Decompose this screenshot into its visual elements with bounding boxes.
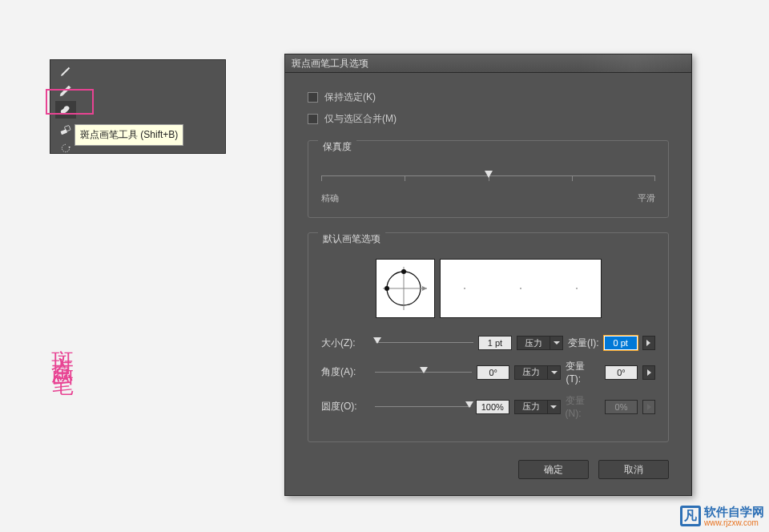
svg-point-8 — [464, 288, 465, 289]
size-slider-thumb[interactable] — [373, 337, 381, 344]
roundness-var-step-button — [642, 400, 655, 414]
fidelity-slider-thumb[interactable] — [485, 171, 493, 178]
dialog-body: 保持选定(K) 仅与选区合并(M) 保真度 精确 平滑 — [285, 73, 691, 495]
fidelity-slider[interactable] — [321, 168, 655, 189]
size-row: 大小(Z): 1 pt 压力 变量(I): 0 pt — [321, 336, 655, 350]
chevron-down-icon[interactable] — [548, 365, 561, 380]
size-var-label: 变量(I): — [568, 337, 599, 350]
angle-dropdown-label: 压力 — [514, 365, 548, 380]
roundness-slider[interactable] — [375, 401, 471, 413]
keep-selected-checkbox[interactable] — [308, 92, 318, 103]
ok-button[interactable]: 确定 — [518, 460, 589, 479]
tool-tooltip: 斑点画笔工具 (Shift+B) — [74, 124, 183, 146]
svg-point-6 — [401, 269, 406, 274]
rotate-tool-icon[interactable] — [55, 139, 76, 157]
fidelity-legend: 保真度 — [318, 140, 356, 154]
watermark-line1: 软件自学网 — [704, 506, 764, 519]
svg-marker-5 — [422, 286, 427, 291]
tool-panel: 斑点画笔工具 (Shift+B) — [50, 59, 226, 154]
annotation-text: 斑点画笔 — [46, 332, 77, 364]
roundness-var-label: 变量(N): — [566, 394, 600, 419]
watermark-badge: 凡 — [680, 506, 701, 526]
merge-only-label: 仅与选区合并(M) — [324, 112, 397, 126]
default-options-legend: 默认画笔选项 — [318, 232, 385, 246]
angle-var-label: 变量(T): — [566, 360, 599, 385]
angle-label: 角度(A): — [321, 365, 370, 379]
brush-preview-shape[interactable] — [376, 259, 435, 318]
dialog-title: 斑点画笔工具选项 — [292, 57, 368, 71]
size-variation-dropdown[interactable]: 压力 — [517, 336, 563, 350]
size-var-step-button[interactable] — [642, 336, 655, 350]
blob-brush-tool-icon[interactable] — [55, 101, 76, 119]
angle-variation-dropdown[interactable]: 压力 — [514, 365, 561, 380]
svg-rect-0 — [60, 129, 67, 135]
titlebar-accent — [579, 54, 691, 72]
roundness-dropdown-label: 压力 — [514, 400, 548, 414]
keep-selected-row: 保持选定(K) — [308, 91, 669, 104]
size-value[interactable]: 1 pt — [478, 336, 512, 350]
dialog-titlebar[interactable]: 斑点画笔工具选项 — [285, 54, 691, 73]
svg-point-9 — [520, 288, 521, 289]
roundness-row: 圆度(O): 100% 压力 变量(N): 0% — [321, 394, 655, 419]
angle-row: 角度(A): 0° 压力 变量(T): 0° — [321, 360, 655, 385]
angle-value[interactable]: 0° — [477, 365, 510, 380]
svg-point-10 — [576, 288, 578, 289]
default-options-fieldset: 默认画笔选项 — [308, 232, 669, 442]
angle-slider[interactable] — [375, 367, 472, 378]
merge-only-row: 仅与选区合并(M) — [308, 112, 669, 126]
angle-slider-thumb[interactable] — [420, 367, 428, 373]
watermark-line2: www.rjzxw.com — [704, 518, 764, 527]
roundness-label: 圆度(O): — [321, 400, 370, 413]
dialog-buttons: 确定 取消 — [308, 460, 669, 479]
angle-var-value[interactable]: 0° — [605, 365, 638, 380]
cancel-button[interactable]: 取消 — [598, 460, 669, 479]
angle-var-step-button[interactable] — [642, 365, 655, 380]
brush-preview-strip — [440, 259, 602, 318]
fidelity-fieldset: 保真度 精确 平滑 — [308, 140, 669, 218]
keep-selected-label: 保持选定(K) — [324, 91, 376, 104]
eraser-tool-icon[interactable] — [55, 120, 76, 138]
size-slider[interactable] — [376, 337, 473, 349]
merge-only-checkbox[interactable] — [308, 114, 318, 124]
size-dropdown-label: 压力 — [517, 336, 550, 350]
pencil-tool-icon[interactable] — [55, 82, 76, 99]
brush-tool-icon[interactable] — [55, 62, 76, 80]
roundness-value[interactable]: 100% — [476, 400, 509, 414]
svg-point-7 — [384, 286, 389, 291]
brush-previews — [321, 259, 655, 318]
size-var-value[interactable]: 0 pt — [604, 336, 638, 350]
fidelity-right-label: 平滑 — [638, 192, 655, 204]
roundness-var-value: 0% — [605, 400, 638, 414]
chevron-down-icon[interactable] — [550, 336, 563, 350]
chevron-down-icon[interactable] — [548, 400, 561, 414]
roundness-slider-thumb[interactable] — [465, 401, 473, 408]
roundness-variation-dropdown[interactable]: 压力 — [514, 400, 561, 414]
size-label: 大小(Z): — [321, 337, 371, 350]
fidelity-left-label: 精确 — [321, 192, 339, 204]
watermark: 凡 软件自学网 www.rjzxw.com — [680, 506, 764, 528]
blob-brush-options-dialog: 斑点画笔工具选项 保持选定(K) 仅与选区合并(M) 保真度 — [284, 54, 692, 496]
